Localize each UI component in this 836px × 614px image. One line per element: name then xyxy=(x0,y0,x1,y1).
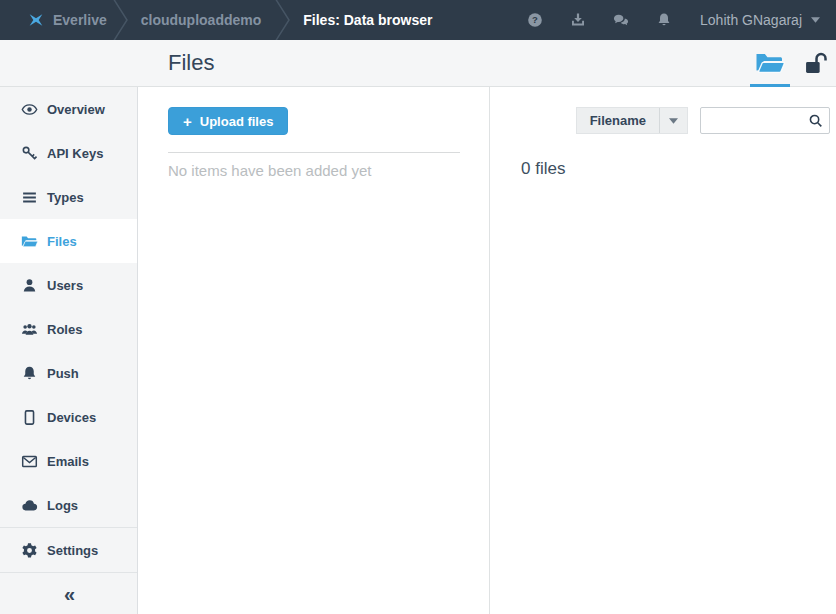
user-name: Lohith GNagaraj xyxy=(700,12,802,28)
sidebar-item-label: Emails xyxy=(47,454,89,469)
sidebar-item-logs[interactable]: Logs xyxy=(0,483,137,527)
help-icon[interactable]: ? xyxy=(527,12,543,28)
sidebar-item-types[interactable]: Types xyxy=(0,175,137,219)
sidebar-item-label: Types xyxy=(47,190,84,205)
sidebar-item-label: API Keys xyxy=(47,146,103,161)
sidebar-item-overview[interactable]: Overview xyxy=(0,87,137,131)
chevron-down-icon xyxy=(669,118,678,124)
breadcrumb-app[interactable]: clouduploaddemo xyxy=(133,0,270,40)
upload-files-label: Upload files xyxy=(200,114,274,129)
file-count: 0 files xyxy=(521,159,836,179)
sidebar-item-api-keys[interactable]: API Keys xyxy=(0,131,137,175)
users-icon xyxy=(21,321,38,338)
bell-icon xyxy=(21,365,38,382)
upload-files-button[interactable]: + Upload files xyxy=(168,107,288,135)
key-icon xyxy=(21,145,38,162)
folder-open-icon xyxy=(21,233,38,250)
tab-permissions[interactable] xyxy=(796,40,836,86)
topbar: Everlive clouduploaddemo Files: Data bro… xyxy=(0,0,836,40)
sidebar-item-users[interactable]: Users xyxy=(0,263,137,307)
sidebar-item-label: Overview xyxy=(47,102,105,117)
plus-icon: + xyxy=(183,114,192,129)
svg-text:?: ? xyxy=(532,14,538,25)
topbar-actions: ? xyxy=(527,0,672,40)
user-icon xyxy=(21,277,38,294)
sidebar-item-label: Files xyxy=(47,234,77,249)
sidebar-item-label: Settings xyxy=(47,543,98,558)
breadcrumb-separator-icon xyxy=(111,0,129,40)
sidebar-item-files[interactable]: Files xyxy=(0,219,137,263)
brand-name: Everlive xyxy=(53,12,107,28)
eye-icon xyxy=(21,101,38,118)
user-menu[interactable]: Lohith GNagaraj xyxy=(700,0,820,40)
sidebar-item-label: Roles xyxy=(47,322,82,337)
breadcrumb-current: Files: Data browser xyxy=(295,0,440,40)
filter-field-button[interactable]: Filename xyxy=(576,107,688,134)
sidebar-item-roles[interactable]: Roles xyxy=(0,307,137,351)
envelope-icon xyxy=(21,453,38,470)
search-icon[interactable] xyxy=(808,113,823,128)
list-divider xyxy=(168,152,460,153)
empty-list-message: No items have been added yet xyxy=(168,162,489,179)
folder-open-icon xyxy=(755,51,785,75)
topbar-spacer xyxy=(440,0,527,40)
brand-link[interactable]: Everlive xyxy=(0,0,107,40)
filter-field-label: Filename xyxy=(577,108,659,133)
tab-data-browser[interactable] xyxy=(744,40,796,86)
page-title: Files xyxy=(168,40,214,86)
notifications-icon[interactable] xyxy=(656,12,672,28)
filter-toolbar: Filename xyxy=(490,87,836,134)
sidebar-item-label: Users xyxy=(47,278,83,293)
sidebar-item-label: Logs xyxy=(47,498,78,513)
files-list-panel: + Upload files No items have been added … xyxy=(138,87,489,614)
sidebar-item-label: Push xyxy=(47,366,79,381)
collapse-chevrons-icon: « xyxy=(64,583,75,606)
download-icon[interactable] xyxy=(570,12,586,28)
list-icon xyxy=(21,189,38,206)
sidebar: Overview API Keys Types Files xyxy=(0,87,138,614)
sidebar-item-settings[interactable]: Settings xyxy=(0,528,137,572)
chat-icon[interactable] xyxy=(613,12,629,28)
sidebar-collapse-button[interactable]: « xyxy=(0,573,137,614)
everlive-logo-icon xyxy=(27,11,45,29)
search-box xyxy=(700,107,830,134)
cloud-icon xyxy=(21,497,38,514)
main-area: Overview API Keys Types Files xyxy=(0,87,836,614)
gear-icon xyxy=(21,542,38,559)
sidebar-item-emails[interactable]: Emails xyxy=(0,439,137,483)
device-icon xyxy=(21,409,38,426)
unlock-icon xyxy=(803,52,829,75)
sidebar-item-label: Devices xyxy=(47,410,96,425)
breadcrumb-separator-icon xyxy=(273,0,291,40)
page-header: Files xyxy=(0,40,836,87)
files-detail-panel: Filename 0 files xyxy=(489,87,836,614)
chevron-down-icon xyxy=(811,17,820,23)
sidebar-item-push[interactable]: Push xyxy=(0,351,137,395)
header-tabs xyxy=(744,40,836,86)
sidebar-item-devices[interactable]: Devices xyxy=(0,395,137,439)
filter-dropdown-button[interactable] xyxy=(659,108,687,133)
